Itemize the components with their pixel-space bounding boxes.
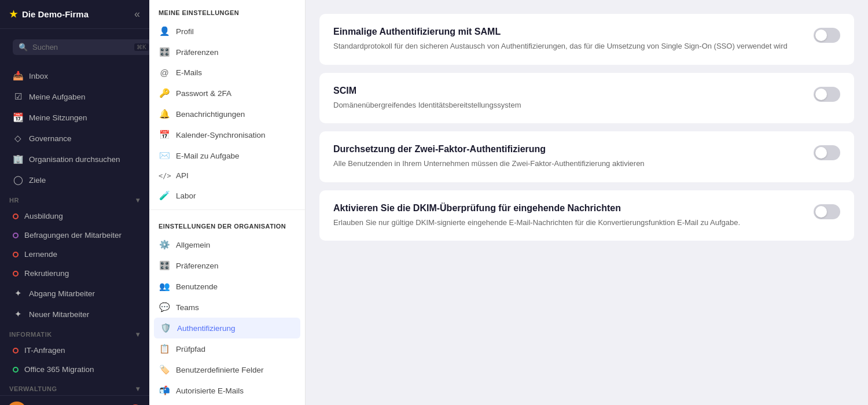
inbox-icon: 📥 [13,71,23,81]
befragungen-circle [13,233,19,238]
mp-kalender[interactable]: 📅 Kalender-Synchronisation [149,124,305,145]
card-2fa: Durchsetzung der Zwei-Faktor-Authentifiz… [319,131,854,182]
nav-it-anfragen[interactable]: IT-Anfragen [3,341,146,359]
benutzende-icon: 👥 [159,281,170,292]
toggle-scim[interactable] [814,87,840,102]
governance-icon: ◇ [13,133,23,143]
mp-teams[interactable]: 💬 Teams [149,297,305,318]
org-praeferenzen-icon: 🎛️ [159,260,170,271]
nav-my-sessions[interactable]: 📆 Meine Sitzungen [3,108,146,127]
card-dkim-desc: Erlauben Sie nur gültige DKIM-signierte … [333,217,802,229]
mp-emails[interactable]: @ E-Mails [149,62,305,83]
card-dkim-title: Aktivieren Sie die DKIM-Überprüfung für … [333,203,802,213]
pruefpfad-icon: 📋 [159,344,170,354]
card-2fa-desc: Alle Benutzenden in Ihrem Unternehmen mü… [333,158,802,170]
allgemein-icon: ⚙️ [159,240,170,250]
mp-benachrichtigungen[interactable]: 🔔 Benachrichtigungen [149,104,305,124]
nav-search-org[interactable]: 🏢 Organisation durchsuchen [3,149,146,169]
card-scim: SCIM Domänenübergreifendes Identitätsber… [319,73,854,124]
card-scim-title: SCIM [333,86,802,96]
mp-org-praeferenzen[interactable]: 🎛️ Präferenzen [149,255,305,276]
mp-authentifizierung[interactable]: 🛡️ Authentifizierung [154,318,300,338]
toggle-dkim-track [814,204,840,219]
mp-praeferenzen[interactable]: 🎛️ Präferenzen [149,42,305,62]
nav-neuer[interactable]: ✦ Neuer Mitarbeiter [3,304,146,324]
mp-allgemein[interactable]: ⚙️ Allgemein [149,234,305,255]
mp-api[interactable]: </> API [149,166,305,185]
labor-meine-icon: 🧪 [159,190,170,201]
office365-circle [13,367,19,373]
toggle-dkim[interactable] [814,204,840,219]
mp-section-meine: MEINE EINSTELLUNGEN [149,0,305,21]
card-saml-title: Einmalige Authentifizierung mit SAML [333,27,802,37]
mp-benutzende[interactable]: 👥 Benutzende [149,276,305,297]
nav-office365[interactable]: Office 365 Migration [3,360,146,378]
tasks-icon: ☑ [13,91,23,102]
toggle-2fa[interactable] [814,145,840,160]
mp-section-org: EINSTELLUNGEN DER ORGANISATION [149,213,305,234]
card-dkim: Aktivieren Sie die DKIM-Überprüfung für … [319,190,854,241]
goals-icon: ◯ [13,175,23,185]
profil-icon: 👤 [159,26,170,36]
nav-goals[interactable]: ◯ Ziele [3,170,146,190]
calendar-icon: 📅 [159,130,170,140]
sidebar-header: ★ Die Demo-Firma « [0,0,149,29]
mp-bedingungen[interactable]: 📄 Bedingungen und Richtlinien [149,401,305,405]
sidebar: ★ Die Demo-Firma « 🔍 ⌘K + 📥 Inbox ☑ Mein… [0,0,149,405]
toggle-saml[interactable] [814,28,840,43]
passwort-icon: 🔑 [159,88,170,98]
nav-rekrutierung[interactable]: Rekrutierung [3,264,146,282]
rekrutierung-circle [13,271,19,277]
search-box: 🔍 ⌘K [13,39,149,55]
hr-section-header[interactable]: HR ▾ [0,190,149,207]
user-row: HM Hans Müller h.mueller@demo.com 4 [7,402,142,405]
abgang-icon: ✦ [13,288,23,299]
sidebar-footer: HM Hans Müller h.mueller@demo.com 4 Hilf… [0,395,149,405]
brand: ★ Die Demo-Firma [9,9,89,20]
emails-icon: @ [159,68,170,78]
nav-abgang[interactable]: ✦ Abgang Mitarbeiter [3,284,146,303]
toggle-scim-track [814,87,840,102]
mp-passwort[interactable]: 🔑 Passwort & 2FA [149,83,305,104]
toggle-saml-track [814,28,840,43]
mp-divider [149,209,305,210]
main-content: Einmalige Authentifizierung mit SAML Sta… [306,0,868,405]
auth-icon: 🛡️ [160,323,171,333]
verwaltung-section-header[interactable]: VERWALTUNG ▾ [0,379,149,395]
email-task-icon: ✉️ [159,150,170,161]
card-saml-desc: Standardprotokoll für den sicheren Austa… [333,41,802,52]
org-search-icon: 🏢 [13,154,23,164]
nav-befragungen[interactable]: Befragungen der Mitarbeiter [3,226,146,244]
card-2fa-title: Durchsetzung der Zwei-Faktor-Authentifiz… [333,144,802,154]
nav-my-tasks[interactable]: ☑ Meine Aufgaben [3,87,146,106]
nav-ausbildung[interactable]: Ausbildung [3,207,146,225]
lernende-circle [13,252,19,257]
neuer-icon: ✦ [13,309,23,319]
api-icon: </> [159,172,170,180]
verwaltung-chevron: ▾ [136,385,140,393]
mp-labor-meine[interactable]: 🧪 Labor [149,185,305,206]
praeferenzen-icon: 🎛️ [159,47,170,57]
avatar: HM [7,402,27,405]
mp-email-aufgabe[interactable]: ✉️ E-Mail zu Aufgabe [149,145,305,166]
mp-prüfpfad[interactable]: 📋 Prüfpfad [149,338,305,359]
nav-lernende[interactable]: Lernende [3,245,146,263]
middle-panel: MEINE EINSTELLUNGEN 👤 Profil 🎛️ Präferen… [149,0,306,405]
search-shortcut: ⌘K [134,43,149,51]
sessions-icon: 📆 [13,112,23,123]
mp-profil[interactable]: 👤 Profil [149,21,305,42]
toggle-2fa-track [814,145,840,160]
informatik-section-header[interactable]: INFORMATIK ▾ [0,325,149,341]
ausbildung-circle [13,213,19,219]
mp-autorisierte-emails[interactable]: 📬 Autorisierte E-Mails [149,380,305,401]
nav-governance[interactable]: ◇ Governance [3,128,146,148]
search-input[interactable] [32,43,130,51]
collapse-button[interactable]: « [134,8,140,20]
notification-icon: 🔔 [159,109,170,119]
brand-name: Die Demo-Firma [22,9,89,19]
auth-emails-icon: 📬 [159,385,170,396]
mp-benutzerdefinierte-felder[interactable]: 🏷️ Benutzerdefinierte Felder [149,359,305,380]
star-icon: ★ [9,9,17,20]
nav-inbox[interactable]: 📥 Inbox [3,66,146,86]
it-anfragen-circle [13,348,19,354]
